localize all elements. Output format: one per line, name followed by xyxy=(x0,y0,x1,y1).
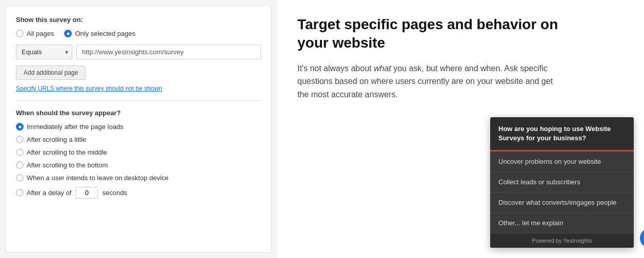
timing-exit-intent-radio[interactable] xyxy=(16,174,24,182)
timing-delay[interactable]: After a delay of xyxy=(16,189,71,197)
when-label: When should the survey appear? xyxy=(16,109,261,117)
timing-scroll-little[interactable]: After scrolling a little xyxy=(16,136,261,143)
left-panel: Show this survey on: All pages Only sele… xyxy=(5,5,272,253)
timing-immediately[interactable]: Immediately after the page loads xyxy=(16,123,261,131)
widget-option-3[interactable]: Discover what converts/engages people xyxy=(490,192,634,213)
description-before: It's not always about xyxy=(297,64,374,73)
url-input[interactable] xyxy=(76,45,261,59)
timing-exit-intent[interactable]: When a user intends to leave on desktop … xyxy=(16,174,261,182)
page-selection-group: All pages Only selected pages xyxy=(16,30,261,37)
timing-delay-row: After a delay of seconds xyxy=(16,187,261,199)
widget-option-4[interactable]: Other... let me explain xyxy=(490,213,634,233)
timing-scroll-middle-label: After scrolling to the middle xyxy=(27,148,107,156)
all-pages-radio[interactable] xyxy=(16,30,24,37)
timing-scroll-bottom[interactable]: After scrolling to the bottom xyxy=(16,161,261,169)
selected-pages-option[interactable]: Only selected pages xyxy=(64,30,135,37)
exclude-urls-link[interactable]: Specify URLS where this survey should no… xyxy=(16,85,261,92)
add-page-button[interactable]: Add additional page xyxy=(16,66,86,80)
section-divider xyxy=(16,100,261,101)
main-heading: Target specific pages and behavior on yo… xyxy=(297,15,585,53)
url-row: Equals xyxy=(16,45,261,59)
timing-scroll-middle[interactable]: After scrolling to the middle xyxy=(16,148,261,156)
equals-select-wrapper[interactable]: Equals xyxy=(16,45,72,59)
delay-seconds-input[interactable] xyxy=(75,187,98,199)
all-pages-label: All pages xyxy=(27,30,54,37)
chat-bubble-button[interactable]: 💬 xyxy=(640,228,644,248)
selected-pages-radio[interactable] xyxy=(64,30,72,37)
timing-scroll-little-radio[interactable] xyxy=(16,136,24,143)
timing-scroll-middle-radio[interactable] xyxy=(16,148,24,156)
timing-exit-intent-label: When a user intends to leave on desktop … xyxy=(27,174,169,182)
seconds-label: seconds xyxy=(102,189,127,197)
description-italic: what xyxy=(374,64,391,73)
main-description: It's not always about what you ask, but … xyxy=(297,62,564,101)
condition-select[interactable]: Equals xyxy=(16,45,72,59)
timing-immediately-radio[interactable] xyxy=(16,123,24,131)
widget-powered-by: Powered by YesInsights xyxy=(532,238,592,244)
widget-header: How are you hoping to use Website Survey… xyxy=(490,117,634,152)
right-panel: Target specific pages and behavior on yo… xyxy=(277,0,644,258)
selected-pages-label: Only selected pages xyxy=(75,30,135,37)
timing-delay-label: After a delay of xyxy=(27,189,71,197)
timing-immediately-label: Immediately after the page loads xyxy=(27,123,124,131)
all-pages-option[interactable]: All pages xyxy=(16,30,54,37)
timing-scroll-bottom-radio[interactable] xyxy=(16,161,24,169)
timing-delay-radio[interactable] xyxy=(16,189,24,197)
when-section: When should the survey appear? Immediate… xyxy=(16,109,261,199)
timing-scroll-little-label: After scrolling a little xyxy=(27,136,86,143)
survey-widget: How are you hoping to use Website Survey… xyxy=(490,117,634,248)
widget-option-1[interactable]: Uncover problems on your website xyxy=(490,152,634,172)
widget-footer: Powered by YesInsights xyxy=(490,233,634,248)
widget-header-text: How are you hoping to use Website Survey… xyxy=(498,124,626,143)
widget-option-2[interactable]: Collect leads or subscribers xyxy=(490,172,634,192)
timing-scroll-bottom-label: After scrolling to the bottom xyxy=(27,161,108,169)
timing-options-group: Immediately after the page loads After s… xyxy=(16,123,261,199)
widget-options: Uncover problems on your website Collect… xyxy=(490,152,634,233)
show-survey-label: Show this survey on: xyxy=(16,16,261,24)
